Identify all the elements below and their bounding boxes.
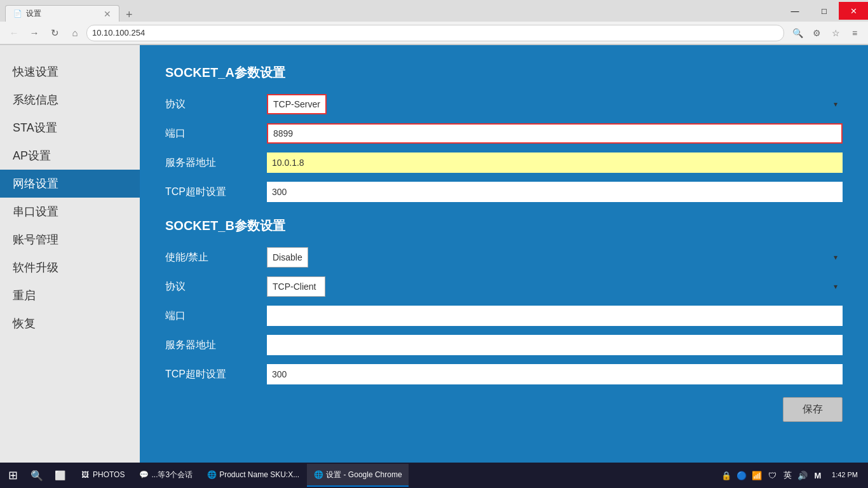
enable-b-select[interactable]: Disable Enable [267, 247, 308, 268]
protocol-b-select[interactable]: TCP-Server TCP-Client UDP [267, 276, 325, 297]
port-b-row: 端口 [165, 306, 843, 326]
tray-vpn-icon[interactable]: 🛡 [766, 469, 778, 482]
tcp-timeout-a-input[interactable] [267, 182, 843, 202]
task-view-button[interactable]: ⬜ [48, 464, 71, 487]
tray-network-icon[interactable]: 📶 [750, 469, 763, 482]
page-body: 快速设置 系统信息 STA设置 AP设置 网络设置 串口设置 账号管理 软件升级… [0, 45, 868, 488]
sidebar: 快速设置 系统信息 STA设置 AP设置 网络设置 串口设置 账号管理 软件升级… [0, 45, 140, 488]
protocol-b-select-wrap: TCP-Server TCP-Client UDP [267, 276, 843, 297]
back-button[interactable]: ← [5, 24, 23, 42]
save-button-row: 保存 [165, 397, 843, 422]
sidebar-item-ap[interactable]: AP设置 [0, 142, 140, 170]
taskbar-apps: 🖼 PHOTOS 💬 ...等3个会话 🌐 Product Name SKU:X… [71, 464, 715, 487]
protocol-a-select[interactable]: TCP-Server TCP-Client UDP [267, 94, 327, 114]
taskbar-app-settings[interactable]: 🌐 设置 - Google Chrome [307, 464, 408, 487]
socket-a-title: SOCKET_A参数设置 [165, 64, 843, 81]
server-addr-b-input[interactable] [267, 335, 843, 355]
sidebar-item-restart[interactable]: 重启 [0, 281, 140, 309]
protocol-a-row: 协议 TCP-Server TCP-Client UDP [165, 94, 843, 114]
tcp-timeout-a-row: TCP超时设置 [165, 182, 843, 202]
tray-lang-icon[interactable]: 英 [781, 469, 794, 482]
search-icon[interactable]: 🔍 [789, 25, 806, 41]
forward-button[interactable]: → [25, 24, 43, 42]
server-addr-b-label: 服务器地址 [165, 339, 267, 352]
sidebar-item-network[interactable]: 网络设置 [0, 170, 140, 198]
socket-a-section: SOCKET_A参数设置 协议 TCP-Server TCP-Client UD… [165, 64, 843, 202]
main-content: SOCKET_A参数设置 协议 TCP-Server TCP-Client UD… [140, 45, 868, 488]
browser-tab[interactable]: 📄 设置 ✕ [5, 5, 119, 22]
tab-title: 设置 [26, 8, 41, 19]
tcp-timeout-a-label: TCP超时设置 [165, 186, 267, 199]
new-tab-button[interactable]: + [122, 8, 137, 22]
close-button[interactable]: ✕ [839, 2, 868, 20]
wifi-settings-icon[interactable]: ⚙ [808, 25, 825, 41]
msg-icon: 💬 [139, 470, 149, 480]
settings-chrome-icon: 🌐 [313, 470, 323, 480]
taskbar-time[interactable]: 1:42 PM [827, 470, 863, 480]
sidebar-item-quick[interactable]: 快速设置 [0, 58, 140, 86]
enable-b-row: 使能/禁止 Disable Enable [165, 247, 843, 268]
socket-b-title: SOCKET_B参数设置 [165, 217, 843, 234]
product-chrome-icon: 🌐 [207, 470, 217, 480]
maximize-button[interactable]: □ [810, 2, 839, 20]
taskbar-tray: 🔒 🔵 📶 🛡 英 🔊 M 1:42 PM [715, 469, 868, 482]
home-button[interactable]: ⌂ [66, 24, 84, 42]
taskbar-app-msg[interactable]: 💬 ...等3个会话 [132, 464, 199, 487]
tcp-timeout-b-row: TCP超时设置 [165, 364, 843, 384]
protocol-b-label: 协议 [165, 280, 267, 294]
taskbar-app-photos-label: PHOTOS [93, 470, 125, 479]
address-bar-wrap [86, 25, 784, 41]
sidebar-item-restore[interactable]: 恢复 [0, 309, 140, 337]
port-b-label: 端口 [165, 309, 267, 323]
server-addr-b-row: 服务器地址 [165, 335, 843, 355]
enable-b-select-wrap: Disable Enable [267, 247, 843, 268]
port-b-input[interactable] [267, 306, 843, 326]
tray-m-icon[interactable]: M [811, 469, 824, 482]
sidebar-item-upgrade[interactable]: 软件升级 [0, 254, 140, 281]
photos-icon: 🖼 [80, 470, 90, 480]
taskbar-app-msg-label: ...等3个会话 [151, 470, 193, 480]
taskbar-app-settings-label: 设置 - Google Chrome [326, 470, 402, 480]
menu-icon[interactable]: ≡ [846, 25, 863, 41]
clock-time: 1:42 PM [832, 470, 858, 480]
server-addr-a-input[interactable] [267, 152, 843, 173]
sidebar-item-sysinfo[interactable]: 系统信息 [0, 86, 140, 114]
port-a-row: 端口 [165, 123, 843, 144]
sidebar-item-account[interactable]: 账号管理 [0, 226, 140, 254]
protocol-a-label: 协议 [165, 98, 267, 111]
enable-b-label: 使能/禁止 [165, 251, 267, 264]
search-button[interactable]: 🔍 [25, 464, 48, 487]
save-button[interactable]: 保存 [783, 397, 843, 422]
taskbar: ⊞ 🔍 ⬜ 🖼 PHOTOS 💬 ...等3个会话 🌐 Product Name… [0, 463, 868, 488]
tray-security-icon[interactable]: 🔒 [720, 469, 733, 482]
tcp-timeout-b-input[interactable] [267, 364, 843, 384]
tray-bluetooth-icon[interactable]: 🔵 [735, 469, 748, 482]
tcp-timeout-b-label: TCP超时设置 [165, 368, 267, 381]
start-button[interactable]: ⊞ [0, 463, 25, 488]
tab-favicon-icon: 📄 [13, 10, 22, 18]
tray-volume-icon[interactable]: 🔊 [796, 469, 809, 482]
port-a-label: 端口 [165, 127, 267, 140]
protocol-a-select-wrap: TCP-Server TCP-Client UDP [267, 94, 843, 114]
server-addr-a-label: 服务器地址 [165, 156, 267, 170]
reload-button[interactable]: ↻ [46, 24, 64, 42]
taskbar-app-product-label: Product Name SKU:X... [219, 470, 299, 479]
port-a-input-wrap [267, 123, 843, 144]
protocol-b-row: 协议 TCP-Server TCP-Client UDP [165, 276, 843, 297]
sidebar-item-sta[interactable]: STA设置 [0, 114, 140, 142]
sidebar-item-serial[interactable]: 串口设置 [0, 198, 140, 226]
taskbar-app-product[interactable]: 🌐 Product Name SKU:X... [200, 464, 306, 487]
server-addr-a-row: 服务器地址 [165, 152, 843, 173]
taskbar-app-photos[interactable]: 🖼 PHOTOS [74, 464, 131, 487]
port-a-input[interactable] [267, 123, 843, 144]
address-input[interactable] [92, 28, 778, 37]
minimize-button[interactable]: — [780, 2, 810, 20]
tab-close-button[interactable]: ✕ [104, 9, 111, 19]
bookmark-icon[interactable]: ☆ [827, 25, 844, 41]
socket-b-section: SOCKET_B参数设置 使能/禁止 Disable Enable 协议 TCP… [165, 217, 843, 384]
